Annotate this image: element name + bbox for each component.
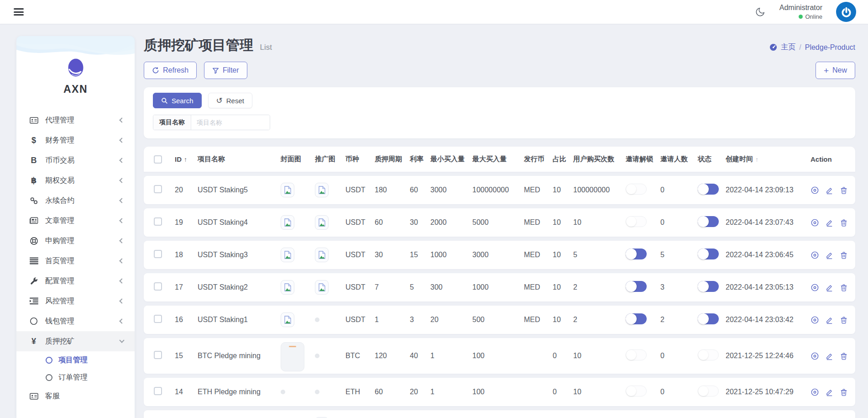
cell-id: 16 [175, 316, 198, 324]
invite-unlock-toggle[interactable] [626, 386, 647, 397]
view-button[interactable] [810, 316, 819, 324]
online-dot-icon [799, 15, 803, 19]
invite-unlock-toggle[interactable] [626, 216, 647, 227]
delete-button[interactable] [840, 186, 848, 195]
sidebar-item-7[interactable]: 申购管理 [16, 231, 135, 251]
invite-unlock-toggle[interactable] [626, 281, 647, 292]
sidebar-item-9[interactable]: 配置管理 [16, 271, 135, 291]
view-button[interactable] [810, 352, 819, 360]
refresh-button[interactable]: Refresh [144, 62, 197, 79]
hamburger-menu-icon[interactable] [14, 6, 24, 17]
breadcrumb: 主页 / Pledge-Product [769, 42, 855, 52]
header-buy-times: 用户购买次数 [573, 155, 626, 164]
row-checkbox[interactable] [154, 217, 162, 226]
view-button[interactable] [810, 186, 819, 195]
broken-image-thumbnail [281, 248, 294, 262]
sidebar-item-1[interactable]: 代理管理 [16, 110, 135, 130]
invite-unlock-toggle[interactable] [626, 313, 647, 324]
view-button[interactable] [810, 251, 819, 259]
row-checkbox[interactable] [154, 185, 162, 193]
page-subtitle: List [260, 43, 272, 52]
cell-ratio: 10 [553, 283, 573, 291]
cell-issue-coin: MED [524, 218, 553, 227]
cell-coin: USDT [345, 218, 375, 227]
cell-min-buy: 300 [430, 283, 472, 291]
edit-button[interactable] [825, 352, 834, 360]
delete-button[interactable] [840, 251, 848, 259]
edit-button[interactable] [825, 186, 834, 195]
sidebar-item-11[interactable]: 钱包管理 [16, 311, 135, 331]
sidebar-item-10[interactable]: 风控管理 [16, 291, 135, 311]
sidebar-item-2[interactable]: $ 财务管理 [16, 130, 135, 150]
breadcrumb-current[interactable]: Pledge-Product [805, 43, 855, 52]
invite-unlock-toggle[interactable] [626, 184, 647, 195]
row-checkbox[interactable] [154, 315, 162, 323]
cell-ratio: 0 [553, 388, 573, 396]
row-checkbox[interactable] [154, 250, 162, 258]
delete-button[interactable] [840, 218, 848, 227]
invite-unlock-toggle[interactable] [626, 249, 647, 259]
sidebar-item-13[interactable]: 客服 [16, 386, 135, 406]
status-toggle[interactable] [698, 313, 719, 324]
status-toggle[interactable] [698, 386, 719, 397]
search-icon [161, 97, 168, 104]
logo-icon [68, 58, 84, 79]
header-id[interactable]: ID↑ [175, 155, 198, 163]
project-name-input[interactable] [191, 115, 270, 130]
sidebar-item-5[interactable]: 永续合约 [16, 190, 135, 211]
breadcrumb-home-link[interactable]: 主页 [781, 42, 795, 52]
header-action: Action [810, 155, 855, 163]
header-coin: 币种 [345, 155, 375, 164]
sidebar-item-3[interactable]: B 币币交易 [16, 150, 135, 170]
broken-image-thumbnail [281, 280, 294, 295]
sidebar-item-8[interactable]: 首页管理 [16, 251, 135, 271]
status-toggle[interactable] [698, 216, 719, 227]
cell-cover-image [281, 388, 315, 396]
cell-pledge-period: 180 [375, 186, 410, 194]
delete-button[interactable] [840, 283, 848, 292]
row-checkbox[interactable] [154, 387, 162, 395]
yen-icon: ¥ [28, 337, 39, 345]
search-button[interactable]: Search [153, 93, 202, 108]
view-button[interactable] [810, 283, 819, 292]
cell-rate: 3 [410, 316, 430, 324]
dollar-icon: $ [28, 136, 39, 144]
sidebar-item-6[interactable]: 文章管理 [16, 211, 135, 231]
edit-button[interactable] [825, 283, 834, 292]
sidebar-item-4[interactable]: ฿ 期权交易 [16, 170, 135, 190]
select-all-checkbox[interactable] [154, 155, 162, 164]
sidebar-subitem-2[interactable]: 订单管理 [16, 369, 135, 386]
status-toggle[interactable] [698, 349, 719, 360]
edit-button[interactable] [825, 251, 834, 259]
delete-button[interactable] [840, 316, 848, 324]
dark-mode-moon-icon[interactable] [755, 6, 766, 17]
new-button[interactable]: + New [816, 62, 855, 79]
status-toggle[interactable] [698, 184, 719, 195]
cell-cover-image [281, 341, 315, 371]
view-button[interactable] [810, 388, 819, 397]
status-toggle[interactable] [698, 249, 719, 259]
avatar[interactable] [836, 2, 856, 22]
table-row: 19 USDT Staking4 USDT 60 30 2000 5000 ME… [144, 208, 855, 237]
delete-button[interactable] [840, 388, 848, 397]
view-button[interactable] [810, 218, 819, 227]
chevron-left-icon [119, 178, 124, 183]
invite-unlock-toggle[interactable] [626, 349, 647, 360]
edit-button[interactable] [825, 388, 834, 397]
row-checkbox[interactable] [154, 282, 162, 291]
delete-button[interactable] [840, 352, 848, 360]
sidebar-item-12[interactable]: ¥ 质押挖矿 [16, 331, 135, 351]
edit-button[interactable] [825, 316, 834, 324]
user-info: Administrator Online [779, 4, 822, 20]
status-toggle[interactable] [698, 281, 719, 292]
cell-max-buy: 100000000 [472, 186, 524, 194]
sidebar-subitem-1[interactable]: 项目管理 [16, 351, 135, 369]
row-checkbox[interactable] [154, 351, 162, 359]
filter-button[interactable]: Filter [204, 62, 247, 79]
header-created-time[interactable]: 创建时间↑ [726, 155, 810, 164]
table-row: 20 USDT Staking5 USDT 180 60 3000 100000… [144, 176, 855, 204]
cell-cover-image [281, 248, 315, 262]
bitcoin-icon: ฿ [28, 176, 39, 185]
edit-button[interactable] [825, 218, 834, 227]
reset-button[interactable]: ↺ Reset [208, 93, 252, 108]
